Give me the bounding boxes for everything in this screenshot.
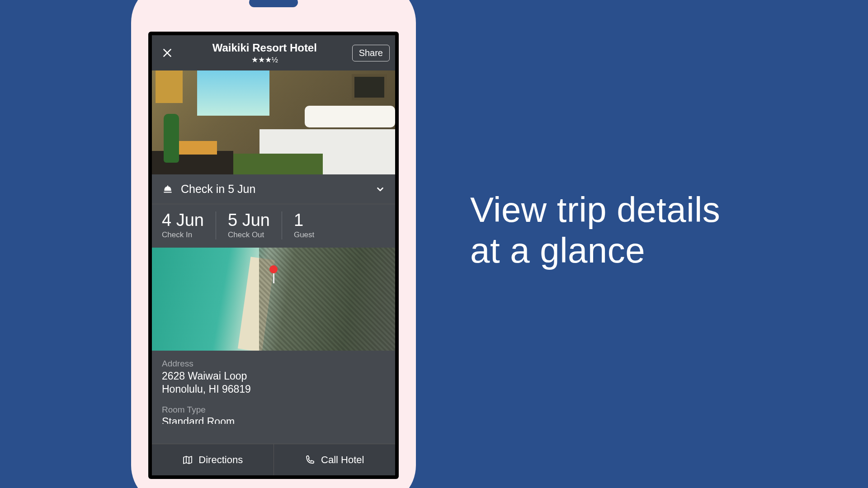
guests-value: 1: [294, 211, 314, 229]
hotel-detail-app: Waikiki Resort Hotel ★★★½ Share: [152, 35, 395, 475]
chevron-down-icon: [375, 184, 385, 194]
phone-icon: [305, 455, 316, 465]
checkout-date-label: Check Out: [228, 230, 270, 239]
address-line-2: Honolulu, HI 96819: [162, 383, 385, 396]
app-header: Waikiki Resort Hotel ★★★½ Share: [152, 35, 395, 70]
address-line-1: 2628 Waiwai Loop: [162, 370, 385, 383]
svg-marker-2: [184, 456, 192, 464]
close-icon: [161, 47, 173, 59]
checkin-date-block: 4 Jun Check In: [162, 211, 216, 239]
room-type-label: Room Type: [162, 405, 385, 415]
bell-icon: [162, 183, 174, 195]
hotel-title: Waikiki Resort Hotel: [177, 42, 352, 54]
directions-button[interactable]: Directions: [152, 444, 274, 475]
marketing-headline: View trip details at a glance: [470, 190, 720, 271]
checkout-date-block: 5 Jun Check Out: [216, 211, 282, 239]
phone-speaker: [249, 0, 298, 7]
hotel-details-section: Address 2628 Waiwai Loop Honolulu, HI 96…: [152, 351, 395, 444]
call-hotel-label: Call Hotel: [321, 454, 364, 466]
action-footer: Directions Call Hotel: [152, 444, 395, 475]
headline-line-1: View trip details: [470, 190, 720, 230]
hotel-map[interactable]: [152, 248, 395, 351]
address-label: Address: [162, 359, 385, 369]
hotel-star-rating: ★★★½: [177, 55, 352, 65]
checkin-summary-text: Check in 5 Jun: [181, 183, 368, 196]
guests-label: Guest: [294, 230, 314, 239]
close-button[interactable]: [157, 43, 177, 63]
checkin-date-value: 4 Jun: [162, 211, 204, 229]
header-title-block: Waikiki Resort Hotel ★★★½: [177, 42, 352, 65]
headline-line-2: at a glance: [470, 230, 720, 271]
share-button[interactable]: Share: [352, 45, 390, 61]
call-hotel-button[interactable]: Call Hotel: [274, 444, 396, 475]
hotel-hero-image[interactable]: [152, 70, 395, 174]
directions-label: Directions: [198, 454, 243, 466]
checkout-date-value: 5 Jun: [228, 211, 270, 229]
room-type-value: Standard Room: [162, 416, 385, 424]
phone-frame: Waikiki Resort Hotel ★★★½ Share: [131, 0, 416, 488]
phone-screen: Waikiki Resort Hotel ★★★½ Share: [148, 32, 399, 479]
map-pin-icon: [269, 265, 278, 283]
guests-block: 1 Guest: [282, 211, 326, 239]
checkin-expand-row[interactable]: Check in 5 Jun: [152, 174, 395, 204]
checkin-date-label: Check In: [162, 230, 204, 239]
dates-summary: 4 Jun Check In 5 Jun Check Out 1 Guest: [152, 204, 395, 248]
map-icon: [182, 455, 193, 465]
